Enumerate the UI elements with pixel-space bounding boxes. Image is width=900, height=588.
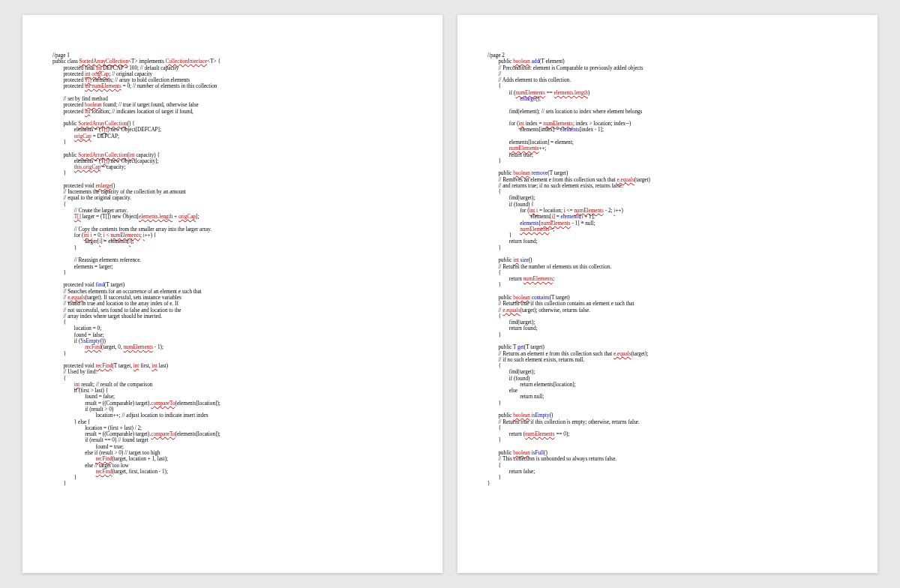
page-2-code: public boolean add(T element) // Precond…: [488, 58, 848, 487]
page-2-label: //page 2: [488, 52, 848, 58]
document-page-2: //page 2 public boolean add(T element) /…: [458, 15, 878, 573]
page-1-label: //page 1: [52, 52, 412, 58]
page-1-code: public class SortedArrayCollection<T> im…: [52, 58, 412, 487]
document-page-1: //page 1 public class SortedArrayCollect…: [22, 15, 442, 573]
